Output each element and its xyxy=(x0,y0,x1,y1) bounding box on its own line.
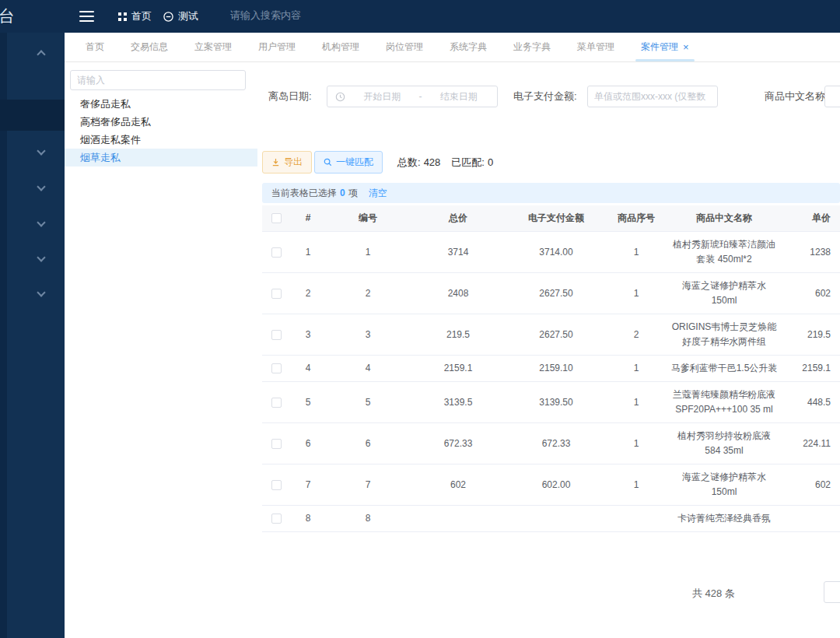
cell-pay: 2627.50 xyxy=(506,281,606,307)
cell-name: 海蓝之谜修护精萃水 150ml xyxy=(667,273,782,314)
tree-search-input[interactable] xyxy=(70,70,246,90)
row-checkbox[interactable] xyxy=(271,363,282,373)
cell-unit: 2159.1 xyxy=(782,356,840,381)
top-bar: 台 首页 测试 请输入搜索内容 xyxy=(0,0,840,33)
tab-0[interactable]: 首页 xyxy=(72,33,117,61)
row-checkbox[interactable] xyxy=(271,514,282,524)
match-stats: 总数:428已匹配:0 xyxy=(397,156,493,170)
tree-item-2[interactable]: 烟酒走私案件 xyxy=(65,131,257,149)
cell-pay xyxy=(506,514,606,524)
export-button-label: 导出 xyxy=(284,156,303,169)
cell-pay: 672.33 xyxy=(506,431,606,457)
chevron-down-icon[interactable] xyxy=(37,146,45,155)
tab-label: 用户管理 xyxy=(258,40,296,54)
cell-no: 5 xyxy=(326,390,410,415)
hamburger-menu-icon[interactable] xyxy=(79,11,94,22)
cell-seq: 1 xyxy=(606,240,667,265)
tree-item-1[interactable]: 高档奢侈品走私 xyxy=(65,113,257,131)
global-search-input[interactable]: 请输入搜索内容 xyxy=(230,9,301,23)
cell-unit: 448.5 xyxy=(782,390,840,415)
row-checkbox[interactable] xyxy=(271,330,282,340)
topnav-test-label: 测试 xyxy=(178,9,198,23)
clear-selection-link[interactable]: 清空 xyxy=(369,187,387,200)
row-checkbox-cell xyxy=(262,324,290,345)
cell-total: 2408 xyxy=(410,281,506,307)
sidebar-active-item[interactable] xyxy=(0,100,65,131)
cell-idx: 1 xyxy=(290,240,326,265)
row-checkbox-cell xyxy=(262,508,290,529)
cell-unit: 1238 xyxy=(782,240,840,265)
tab-bar: 首页交易信息立案管理用户管理机构管理岗位管理系统字典业务字典菜单管理案件管理× xyxy=(65,33,840,62)
topnav-test[interactable]: 测试 xyxy=(163,0,198,33)
cell-idx: 8 xyxy=(290,506,326,531)
tab-label: 机构管理 xyxy=(322,40,359,54)
cell-unit: 602 xyxy=(782,472,840,498)
chevron-down-icon[interactable] xyxy=(37,218,45,226)
tab-6[interactable]: 系统字典 xyxy=(436,33,500,61)
tab-7[interactable]: 业务字典 xyxy=(500,33,564,61)
row-checkbox[interactable] xyxy=(271,398,282,408)
row-checkbox-cell xyxy=(262,392,290,413)
cell-pay: 602.00 xyxy=(506,472,606,498)
tab-3[interactable]: 用户管理 xyxy=(245,33,309,61)
selection-prefix: 当前表格已选择 xyxy=(271,187,337,200)
main-panel: 首页交易信息立案管理用户管理机构管理岗位管理系统字典业务字典菜单管理案件管理× … xyxy=(65,33,840,638)
cell-total: 3139.5 xyxy=(410,390,506,415)
chevron-down-icon[interactable] xyxy=(37,288,45,296)
topnav-home[interactable]: 首页 xyxy=(118,0,152,33)
row-checkbox[interactable] xyxy=(271,439,282,449)
case-type-tree: 奢侈品走私高档奢侈品走私烟酒走私案件烟草走私 xyxy=(65,95,257,167)
cell-unit: 602 xyxy=(782,281,840,307)
cell-idx: 5 xyxy=(290,390,326,415)
date-end-placeholder[interactable]: 结束日期 xyxy=(429,90,490,103)
tree-item-3[interactable]: 烟草走私 xyxy=(65,149,257,167)
date-range-picker[interactable]: 开始日期 - 结束日期 xyxy=(327,86,498,107)
chevron-down-icon[interactable] xyxy=(37,182,45,191)
tab-2[interactable]: 立案管理 xyxy=(181,33,245,61)
tab-8[interactable]: 菜单管理 xyxy=(564,33,628,61)
cell-no: 4 xyxy=(326,356,410,381)
row-checkbox[interactable] xyxy=(271,247,282,258)
goods-table: # 编号 总价 电子支付金额 商品序号 商品中文名称 单价 1137143714… xyxy=(262,205,840,549)
grid-icon xyxy=(118,12,127,21)
table-row: 2224082627.501海蓝之谜修护精萃水 150ml602 xyxy=(262,273,840,314)
tab-label: 岗位管理 xyxy=(386,40,423,54)
tab-5[interactable]: 岗位管理 xyxy=(373,33,436,61)
pagination-total: 共 428 条 xyxy=(692,587,735,601)
row-checkbox-cell xyxy=(262,358,290,379)
tab-label: 业务字典 xyxy=(513,40,551,54)
one-click-match-button[interactable]: 一键匹配 xyxy=(314,151,383,174)
tab-1[interactable]: 交易信息 xyxy=(117,33,181,61)
date-separator: - xyxy=(419,91,422,102)
tab-label: 系统字典 xyxy=(450,40,487,54)
tree-item-0[interactable]: 奢侈品走私 xyxy=(65,95,257,113)
page-size-select[interactable] xyxy=(824,581,840,603)
tab-9[interactable]: 案件管理× xyxy=(628,33,702,61)
row-checkbox[interactable] xyxy=(271,480,282,490)
tab-close-icon[interactable]: × xyxy=(683,41,689,53)
chevron-down-icon[interactable] xyxy=(37,253,45,261)
export-button[interactable]: 导出 xyxy=(262,151,312,174)
row-checkbox-cell xyxy=(262,475,290,496)
sidebar xyxy=(0,33,65,638)
cell-name: 马爹利蓝带干邑1.5公升装 xyxy=(667,356,782,381)
total-value: 428 xyxy=(424,156,441,168)
cell-name: ORIGINS韦博士灵芝焕能好度子精华水两件组 xyxy=(667,314,782,355)
table-row: 88卡诗菁纯亮泽经典香氛 xyxy=(262,506,840,532)
col-header: 单价 xyxy=(782,205,840,231)
col-header: 商品中文名称 xyxy=(667,205,782,231)
select-all-checkbox[interactable] xyxy=(271,213,282,223)
cell-name: 海蓝之谜修护精萃水 150ml xyxy=(667,464,782,505)
cell-idx: 4 xyxy=(290,356,326,381)
cell-pay: 3714.00 xyxy=(506,240,606,265)
amount-filter-input[interactable] xyxy=(587,86,718,107)
name-filter-input[interactable] xyxy=(824,86,840,107)
date-start-placeholder[interactable]: 开始日期 xyxy=(352,90,413,103)
tab-4[interactable]: 机构管理 xyxy=(309,33,373,61)
cell-name: 植村秀新琥珀臻萃洁颜油套装 450ml*2 xyxy=(667,232,782,272)
row-checkbox[interactable] xyxy=(271,289,282,299)
cell-unit: 224.11 xyxy=(782,431,840,457)
cell-total xyxy=(410,514,506,524)
amount-filter-label: 电子支付金额: xyxy=(513,86,577,107)
chevron-up-icon[interactable] xyxy=(37,50,45,58)
